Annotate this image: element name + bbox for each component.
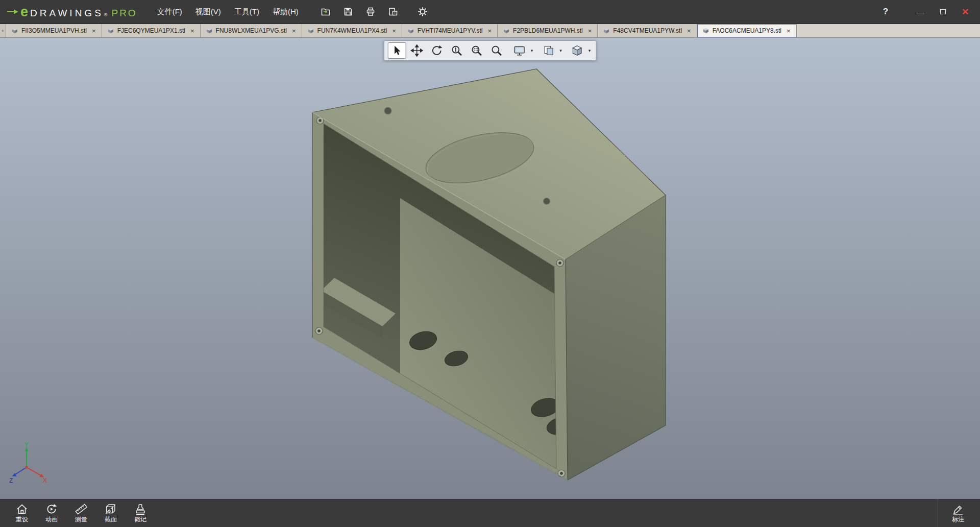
logo-e: e	[20, 5, 28, 19]
tab-label: FVHTI74MEUA1PYV.stl	[418, 27, 483, 34]
open-button[interactable]	[316, 3, 335, 20]
document-tab-4[interactable]: FUN7K4WMEUA1PX4.stl ×	[302, 24, 402, 37]
select-tool[interactable]	[388, 42, 406, 59]
help-button[interactable]: ?	[877, 3, 894, 20]
tab-close-icon[interactable]: ×	[588, 28, 592, 34]
tab-close-icon[interactable]: ×	[292, 28, 296, 34]
part-icon	[503, 28, 509, 34]
tab-overflow-stub[interactable]: +	[0, 24, 6, 37]
tab-close-icon[interactable]: ×	[190, 28, 194, 34]
measure-icon	[75, 502, 88, 516]
options-gear-icon	[417, 6, 428, 17]
pan-tool[interactable]	[408, 42, 426, 59]
standard-views-group: ▾	[568, 42, 593, 59]
part-icon	[703, 28, 709, 34]
document-tab-6[interactable]: F2PBLD6MEUA1PWH.stl ×	[498, 24, 598, 37]
zoom-area-icon	[470, 44, 483, 57]
zoom-tool[interactable]	[448, 42, 466, 59]
tab-close-icon[interactable]: ×	[487, 28, 492, 34]
part-icon	[308, 28, 314, 34]
menu-view[interactable]: 视图(V)	[189, 0, 228, 23]
quick-toolbar	[316, 3, 432, 20]
print-button[interactable]	[361, 3, 380, 20]
logo-reg: ®	[104, 12, 108, 17]
minimize-button[interactable]: —	[911, 3, 930, 20]
open-icon	[320, 7, 331, 17]
save-button[interactable]	[339, 3, 357, 20]
view-orientation-group: ▾	[510, 42, 535, 59]
markup-pencil-icon	[951, 502, 965, 516]
chevron-down-icon[interactable]: ▾	[529, 48, 535, 53]
triad-x-label: X	[43, 477, 47, 484]
view-toolbar: ▾ ▾ ▾	[384, 40, 597, 61]
part-icon	[206, 28, 212, 34]
maximize-button[interactable]	[933, 3, 952, 20]
part-icon	[108, 28, 114, 34]
model-canvas[interactable]	[0, 38, 980, 499]
logo-arrow-icon	[7, 8, 19, 16]
document-tab-3[interactable]: FNU8WLXMEUA1PVG.stl ×	[201, 24, 302, 37]
rotate-tool[interactable]	[428, 42, 446, 59]
save-icon	[342, 7, 354, 17]
publish-button[interactable]	[384, 3, 402, 20]
logo-pro: PRO	[111, 8, 137, 19]
tool-label: 戳记	[134, 516, 146, 523]
section-tool[interactable]: 截面	[96, 499, 126, 527]
document-tab-bar: + FII3O5MMEUA1PVH.stl × FJEC6QYMEUA1PX1.…	[0, 24, 980, 38]
tab-label: F48CV4TMEUA1PYW.stl	[613, 27, 682, 34]
tab-label: FAOC6ACMEUA1PY8.stl	[713, 27, 781, 34]
3d-viewport[interactable]: ▾ ▾ ▾	[0, 38, 980, 499]
document-tab-5[interactable]: FVHTI74MEUA1PYV.stl ×	[402, 24, 498, 37]
tab-label: F2PBLD6MEUA1PWH.stl	[513, 27, 583, 34]
bottom-toolbar: 重设 动画 测量	[0, 499, 980, 527]
pan-icon	[410, 44, 424, 57]
tab-label: FUN7K4WMEUA1PX4.stl	[317, 27, 387, 34]
menu-tools[interactable]: 工具(T)	[228, 0, 266, 23]
document-tab-7[interactable]: F48CV4TMEUA1PYW.stl ×	[598, 24, 697, 37]
tool-label: 重设	[16, 516, 28, 523]
part-icon	[603, 28, 609, 34]
tab-close-icon[interactable]: ×	[787, 28, 791, 34]
zoom-fit-tool[interactable]	[487, 42, 506, 59]
zoom-area-tool[interactable]	[468, 42, 486, 59]
menu-bar: e DRAWINGS ® PRO 文件(F) 视图(V) 工具(T) 帮助(H)	[0, 0, 980, 24]
markup-zone: 标注	[938, 499, 973, 527]
markup-tool[interactable]: 标注	[943, 499, 973, 527]
tab-label: FJEC6QYMEUA1PX1.stl	[117, 27, 185, 34]
tool-label: 标注	[952, 516, 964, 523]
home-icon	[15, 502, 29, 516]
top-hole-2	[544, 198, 550, 205]
select-arrow-icon	[390, 44, 404, 57]
tab-close-icon[interactable]: ×	[687, 28, 691, 34]
chevron-down-icon[interactable]: ▾	[558, 48, 564, 53]
options-button[interactable]	[413, 3, 432, 20]
document-tab-2[interactable]: FJEC6QYMEUA1PX1.stl ×	[102, 24, 201, 37]
window-maximize-icon	[940, 9, 946, 14]
app-logo: e DRAWINGS ® PRO	[7, 5, 137, 19]
close-button[interactable]: ✕	[955, 3, 975, 20]
reset-tool[interactable]: 重设	[7, 499, 37, 527]
stamp-tool[interactable]: 戳记	[126, 499, 155, 527]
menu-file[interactable]: 文件(F)	[151, 0, 189, 23]
logo-name: DRAWINGS	[30, 8, 104, 19]
display-style-icon	[542, 44, 555, 57]
chevron-down-icon[interactable]: ▾	[587, 48, 593, 53]
measure-tool[interactable]: 测量	[66, 499, 96, 527]
stl-model-box-enclosure	[312, 69, 666, 499]
tab-close-icon[interactable]: ×	[392, 28, 396, 34]
main-menu: 文件(F) 视图(V) 工具(T) 帮助(H)	[151, 0, 305, 23]
animate-tool[interactable]: 动画	[37, 499, 66, 527]
display-style-dropdown[interactable]	[539, 42, 557, 59]
stamp-icon	[134, 502, 147, 516]
edrawings-window: e DRAWINGS ® PRO 文件(F) 视图(V) 工具(T) 帮助(H)	[0, 0, 980, 527]
tab-close-icon[interactable]: ×	[92, 28, 96, 34]
display-style-group: ▾	[539, 42, 564, 59]
zoom-in-out-icon	[450, 44, 463, 57]
window-controls: ? — ✕	[877, 3, 980, 20]
view-orientation-dropdown[interactable]	[510, 42, 529, 59]
standard-views-dropdown[interactable]	[568, 42, 586, 59]
document-tab-8-active[interactable]: FAOC6ACMEUA1PY8.stl ×	[697, 24, 797, 37]
cube-icon	[571, 44, 584, 57]
menu-help[interactable]: 帮助(H)	[266, 0, 305, 23]
document-tab-1[interactable]: FII3O5MMEUA1PVH.stl ×	[6, 24, 102, 37]
